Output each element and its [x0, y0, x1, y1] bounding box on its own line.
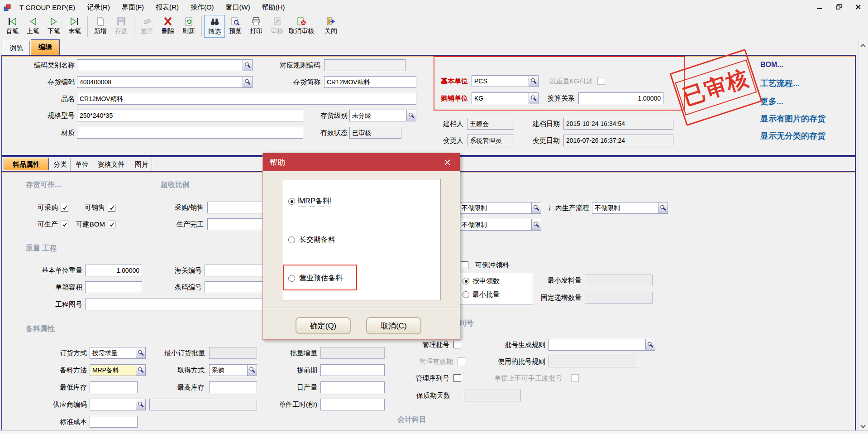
dialog-close-icon[interactable] — [441, 156, 453, 168]
max-stock-input[interactable] — [209, 381, 257, 393]
purchase-sale-ratio-input[interactable] — [207, 202, 267, 213]
factory-flow-input[interactable]: 不做限制 — [592, 202, 658, 214]
show-with-images-link[interactable]: 显示有图片的存货 — [760, 113, 825, 124]
radio-selected-icon[interactable] — [463, 278, 469, 285]
code-category-input[interactable] — [77, 59, 243, 71]
batch-rule-input[interactable] — [548, 339, 645, 351]
radio-unselected-icon[interactable] — [288, 236, 295, 243]
dialog-option-business-estimate[interactable]: 营业预估备料 — [288, 274, 343, 283]
sellable-checkbox[interactable] — [108, 204, 115, 212]
lead-time-input[interactable] — [320, 364, 385, 376]
toolbar-cancel-audit-button[interactable]: 取消审核 — [287, 15, 315, 38]
supplier-code-input[interactable] — [90, 399, 136, 410]
obtain-mode-input[interactable]: 采购 — [209, 364, 247, 376]
production-ratio-input[interactable] — [207, 218, 267, 230]
limit-input-1[interactable]: 不做限制 — [459, 202, 531, 214]
issue-by-request-option[interactable]: 按申领数 — [463, 277, 500, 285]
material-input[interactable] — [77, 127, 303, 139]
level-input[interactable]: 未分级 — [349, 110, 406, 121]
minimize-button[interactable] — [815, 2, 825, 11]
purchasable-checkbox[interactable] — [61, 204, 68, 212]
customs-code-input[interactable] — [205, 265, 266, 276]
drawing-number-input[interactable] — [85, 299, 266, 310]
box-volume-input[interactable] — [85, 281, 142, 293]
dialog-option-long-lead[interactable]: 长交期备料 — [288, 235, 335, 245]
min-stock-input[interactable] — [90, 381, 138, 393]
producible-checkbox[interactable] — [61, 221, 68, 228]
std-cost-input[interactable] — [90, 416, 138, 428]
lookup-icon[interactable] — [243, 76, 253, 88]
vertical-scrollbar[interactable] — [858, 39, 867, 430]
toolbar-filter-button[interactable]: 筛选 — [204, 15, 225, 38]
item-code-input[interactable]: 400400008 — [77, 76, 243, 88]
bom-link[interactable]: BOM... — [760, 61, 783, 69]
lookup-icon[interactable] — [243, 59, 253, 71]
conversion-input[interactable]: 1.00000 — [578, 92, 663, 104]
rule-code-input[interactable] — [324, 59, 405, 71]
bottom-scroll-area[interactable] — [0, 430, 868, 434]
dialog-ok-button[interactable]: 确定(Q) — [296, 317, 351, 334]
toolbar-prev-button[interactable]: 上笔 — [23, 15, 43, 38]
toolbar-preview-button[interactable]: 预览 — [225, 15, 246, 38]
lookup-icon[interactable] — [529, 92, 539, 104]
lookup-icon[interactable] — [136, 399, 146, 410]
menu-help[interactable]: 帮助(H) — [256, 1, 291, 14]
close-window-button[interactable] — [853, 2, 863, 11]
product-name-input[interactable]: CR12MOV精料 — [77, 93, 416, 105]
backflush-checkbox[interactable] — [461, 261, 468, 269]
subtab-unit[interactable]: 单位 — [71, 158, 92, 171]
menu-record[interactable]: 记录(R) — [81, 1, 116, 14]
unit-time-input[interactable] — [320, 399, 385, 410]
base-weight-input[interactable]: 1.00000 — [85, 265, 142, 276]
tab-edit[interactable]: 编辑 — [31, 39, 60, 55]
toolbar-last-button[interactable]: 末笔 — [64, 15, 85, 38]
lookup-icon[interactable] — [247, 364, 257, 376]
prepare-method-input[interactable]: MRP备料 — [90, 364, 136, 376]
radio-unselected-icon[interactable] — [288, 275, 295, 282]
trade-unit-input[interactable]: KG — [472, 92, 529, 104]
radio-unselected-icon[interactable] — [463, 291, 469, 298]
lookup-icon[interactable] — [136, 364, 146, 376]
dialog-option-mrp[interactable]: MRP备料 — [288, 197, 330, 206]
toolbar-next-button[interactable]: 下笔 — [43, 15, 64, 38]
lookup-icon[interactable] — [529, 75, 539, 87]
dialog-cancel-button[interactable]: 取消(C) — [366, 317, 421, 334]
subtab-category[interactable]: 分类 — [49, 158, 71, 171]
lookup-icon[interactable] — [658, 202, 668, 214]
more-link[interactable]: 更多... — [760, 96, 783, 107]
subtab-qualification[interactable]: 资格文件 — [92, 158, 130, 171]
radio-selected-icon[interactable] — [288, 198, 295, 205]
toolbar-refresh-button[interactable]: 刷新 — [178, 15, 199, 38]
scroll-up-icon[interactable] — [860, 41, 866, 46]
manage-serial-checkbox[interactable] — [453, 374, 461, 382]
spec-input[interactable]: 250*240*35 — [77, 110, 303, 121]
scroll-down-icon[interactable] — [860, 422, 866, 427]
subtab-attributes[interactable]: 料品属性 — [4, 158, 49, 170]
daily-output-input[interactable] — [320, 381, 385, 393]
menu-interface[interactable]: 界面(F) — [116, 1, 150, 14]
process-flow-link[interactable]: 工艺流程... — [760, 78, 800, 89]
barcode-input[interactable] — [205, 281, 266, 293]
menu-app-title[interactable]: T-GROUP ERP(E) — [14, 1, 81, 14]
issue-min-batch-option[interactable]: 最小批量 — [463, 290, 500, 299]
restore-button[interactable] — [834, 2, 844, 11]
subtab-picture[interactable]: 图片 — [130, 158, 152, 171]
toolbar-print-button[interactable]: 打印 — [246, 15, 267, 38]
base-unit-input[interactable]: PCS — [472, 75, 529, 87]
toolbar-first-button[interactable]: 首笔 — [2, 15, 23, 38]
tab-browse[interactable]: 浏览 — [3, 41, 30, 55]
menu-window[interactable]: 窗口(W) — [220, 1, 256, 14]
lookup-icon[interactable] — [531, 202, 541, 214]
lookup-icon[interactable] — [645, 339, 655, 351]
manage-batch-checkbox[interactable] — [453, 341, 461, 348]
limit-input-2[interactable]: 不做限制 — [459, 219, 531, 231]
toolbar-close-button[interactable]: 关闭 — [320, 15, 341, 38]
help-dialog-titlebar[interactable]: 帮助 — [263, 153, 460, 171]
item-abbr-input[interactable]: CR12MOV精料 — [324, 76, 416, 88]
order-mode-input[interactable]: 按需求量 — [90, 347, 136, 359]
toolbar-delete-button[interactable]: 删除 — [157, 15, 178, 38]
lookup-icon[interactable] — [406, 110, 416, 121]
can-build-bom-checkbox[interactable] — [108, 221, 115, 228]
toolbar-new-button[interactable]: 新增 — [90, 15, 111, 38]
show-unclassified-link[interactable]: 显示无分类的存货 — [760, 130, 825, 141]
